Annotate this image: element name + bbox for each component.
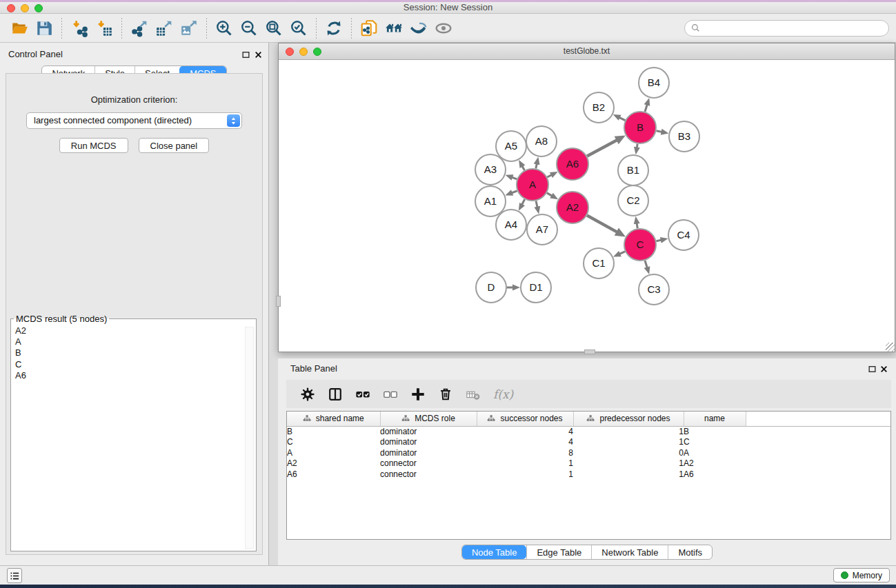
network-close-button[interactable] (286, 48, 294, 56)
network-window-titlebar[interactable]: testGlobe.txt (279, 43, 895, 60)
column-header-mcds-role[interactable]: MCDS role (380, 412, 477, 426)
table-row[interactable]: Adominator80A (287, 448, 890, 459)
graph-node-B2[interactable]: B2 (584, 92, 614, 123)
graph-node-A5[interactable]: A5 (496, 131, 526, 161)
graph-node-C4[interactable]: C4 (668, 220, 699, 250)
table-cell[interactable]: connector (380, 458, 477, 469)
table-cell[interactable]: 1 (573, 469, 684, 480)
tab-network-table[interactable]: Network Table (591, 545, 668, 559)
graph-node-A8[interactable]: A8 (526, 126, 557, 156)
graph-node-A6[interactable]: A6 (557, 148, 588, 180)
table-cell[interactable]: A6 (684, 469, 746, 480)
mcds-result-item[interactable]: C (15, 359, 256, 370)
import-table-button[interactable] (92, 17, 117, 40)
graph-node-C3[interactable]: C3 (639, 274, 669, 305)
table-cell[interactable]: 0 (573, 448, 684, 459)
mcds-result-item[interactable]: B (15, 347, 256, 358)
deselect-all-button[interactable] (381, 385, 399, 403)
table-cell[interactable]: 1 (573, 426, 684, 437)
tab-node-table[interactable]: Node Table (462, 545, 527, 559)
graph-node-D1[interactable]: D1 (521, 272, 551, 303)
table-cell[interactable]: dominator (380, 448, 477, 459)
mcds-result-scrollbar[interactable] (245, 327, 254, 549)
import-network-button[interactable] (67, 17, 92, 40)
column-header-shared-name[interactable]: shared name (287, 412, 380, 426)
add-column-button[interactable] (409, 385, 427, 403)
table-cell[interactable]: A2 (684, 458, 746, 469)
graph-node-B[interactable]: B (624, 112, 656, 143)
run-mcds-button[interactable]: Run MCDS (59, 138, 128, 153)
close-panel-icon[interactable] (254, 50, 263, 59)
select-all-button[interactable] (354, 385, 372, 403)
graph-svg[interactable]: B4B2BB3A5A8A6B1A3AA1C2A4A7A2CC4C1C3DD1 (279, 60, 895, 352)
close-panel-button[interactable]: Close panel (139, 138, 210, 153)
graph-node-A2[interactable]: A2 (557, 192, 588, 223)
table-cell[interactable]: 1 (573, 437, 684, 448)
save-session-button[interactable] (32, 17, 57, 40)
graph-node-A1[interactable]: A1 (475, 186, 506, 216)
graph-node-B3[interactable]: B3 (669, 121, 699, 152)
open-file-button[interactable] (7, 17, 32, 40)
graph-node-B1[interactable]: B1 (618, 155, 648, 185)
table-cell[interactable]: C (287, 437, 380, 448)
export-table-button[interactable] (152, 17, 177, 40)
zoom-in-button[interactable] (212, 17, 237, 40)
function-builder-button[interactable]: f(x) (493, 387, 513, 401)
graph-node-D[interactable]: D (476, 272, 506, 303)
mcds-result-item[interactable]: A6 (15, 370, 256, 381)
column-header-successor-nodes[interactable]: successor nodes (477, 412, 573, 426)
float-panel-icon[interactable] (241, 50, 250, 59)
close-window-button[interactable] (7, 4, 15, 12)
export-image-button[interactable] (177, 17, 201, 40)
column-header-predecessor-nodes[interactable]: predecessor nodes (573, 412, 684, 426)
table-row[interactable]: A6connector11A6 (287, 469, 890, 480)
delete-columns-button[interactable] (437, 385, 455, 403)
hide-selection-button[interactable] (406, 17, 431, 40)
tab-motifs[interactable]: Motifs (668, 545, 712, 559)
table-cell[interactable]: dominator (380, 437, 477, 448)
table-cell[interactable]: A6 (287, 469, 380, 480)
pane-divider-handle[interactable] (276, 296, 281, 307)
table-cell[interactable]: A (287, 448, 380, 459)
table-cell[interactable]: 1 (573, 458, 684, 469)
table-row[interactable]: A2connector11A2 (287, 458, 890, 469)
graph-node-A4[interactable]: A4 (496, 210, 526, 240)
graph-node-C2[interactable]: C2 (618, 185, 648, 216)
network-minimize-button[interactable] (299, 48, 308, 56)
mcds-result-item[interactable]: A (15, 336, 256, 347)
column-header-name[interactable]: name (684, 412, 746, 426)
table-settings-button[interactable] (299, 385, 317, 403)
memory-button[interactable]: Memory (833, 568, 890, 582)
split-view-button[interactable] (326, 385, 344, 403)
graph-node-A7[interactable]: A7 (527, 214, 557, 245)
table-row[interactable]: Bdominator41B (287, 426, 890, 437)
show-all-button[interactable] (431, 17, 456, 40)
criterion-dropdown[interactable]: largest connected component (directed) (26, 112, 242, 129)
table-cell[interactable]: 1 (477, 469, 573, 480)
graph-node-C[interactable]: C (624, 229, 656, 261)
graph-node-A3[interactable]: A3 (475, 154, 506, 185)
mcds-result-item[interactable]: A2 (15, 325, 256, 336)
table-cell[interactable]: connector (380, 469, 477, 480)
table-cell[interactable]: C (684, 437, 746, 448)
refresh-button[interactable] (321, 17, 346, 40)
delete-table-button[interactable] (464, 385, 482, 403)
home-button[interactable] (381, 17, 406, 40)
table-cell[interactable]: dominator (380, 426, 477, 437)
float-panel-icon[interactable] (868, 365, 877, 374)
close-panel-icon[interactable] (879, 365, 888, 374)
zoom-out-button[interactable] (237, 17, 261, 40)
search-input[interactable] (684, 20, 889, 37)
copy-network-button[interactable] (357, 17, 381, 40)
graph-edge-A2-C[interactable] (587, 216, 619, 234)
graph-node-B4[interactable]: B4 (639, 68, 669, 98)
task-history-button[interactable] (7, 568, 22, 583)
pane-divider-handle[interactable] (584, 349, 595, 354)
table-cell[interactable]: 4 (477, 437, 573, 448)
network-zoom-button[interactable] (313, 48, 321, 56)
table-cell[interactable]: 8 (477, 448, 573, 459)
table-cell[interactable]: B (287, 426, 380, 437)
window-resize-grip[interactable] (886, 343, 895, 352)
table-cell[interactable]: B (684, 426, 746, 437)
graph-node-A[interactable]: A (517, 169, 548, 201)
